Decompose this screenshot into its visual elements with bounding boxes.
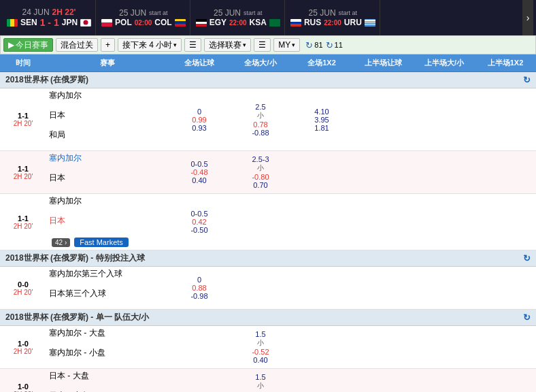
th-overunder: 全场大/小 bbox=[230, 58, 291, 68]
team-text-0: 塞内加尔 bbox=[49, 90, 82, 101]
cell-handicap-s0-r2: 0-0.50.42-0.50 bbox=[169, 208, 230, 235]
match-card-2[interactable]: 25 JUN start at POL 02:00 COL bbox=[97, 0, 190, 35]
cell-half-2-s0-r1 bbox=[475, 171, 536, 174]
flag-eg bbox=[196, 19, 207, 27]
x12-v1[interactable]: 3.95 bbox=[314, 116, 329, 124]
data-row-s0-r1: 1-12H 20'塞内加尔日本0-0.5-0.480.402.5-3小-0.80… bbox=[0, 151, 536, 194]
ou-v2[interactable]: 0.70 bbox=[253, 181, 267, 189]
cell-1x2-s0-r2 bbox=[291, 220, 352, 223]
match4-teams: RUS 22:00 URU bbox=[290, 18, 375, 27]
cell-handicap-s0-r1: 0-0.5-0.480.40 bbox=[169, 159, 230, 186]
cell-half-0-s0-r2 bbox=[352, 220, 414, 223]
ou-sub: 小 bbox=[257, 338, 264, 348]
filter-bar: ▶ 今日赛事 混合过关 + 接下来 4 小时 ▾ ☰ 选择联赛 ▾ ☰ MY ▾… bbox=[0, 35, 536, 54]
nav-next-button[interactable]: › bbox=[522, 0, 533, 35]
cell-half-1-s0-r0 bbox=[414, 118, 475, 121]
fast-num: 42 › bbox=[52, 238, 70, 247]
data-row-s0-r2: 1-12H 20'塞内加尔日本42 ›Fast Markets0-0.50.42… bbox=[0, 194, 536, 250]
hc-val1[interactable]: -0.48 bbox=[190, 168, 207, 176]
match4-team2: URU bbox=[344, 18, 362, 27]
ou-v2[interactable]: -0.88 bbox=[252, 129, 269, 137]
match-card-4[interactable]: 25 JUN start at RUS 22:00 URU bbox=[286, 0, 380, 35]
match-card-3[interactable]: 25 JUN start at EGY 22:00 KSA bbox=[192, 0, 285, 35]
cell-handicap-s1-r0: 00.88-0.98 bbox=[169, 274, 230, 301]
ou-sub: 小 bbox=[257, 163, 264, 173]
flag-co bbox=[175, 19, 186, 27]
score-label: 1-1 bbox=[18, 214, 29, 223]
cell-half-1-s0-r2 bbox=[414, 220, 475, 223]
data-row-s0-r0: 1-12H 20'塞内加尔日本和局00.990.932.5小0.78-0.884… bbox=[0, 88, 536, 151]
ou-v1[interactable]: -0.80 bbox=[252, 173, 269, 181]
list2-button[interactable]: ☰ bbox=[254, 38, 271, 52]
cell-time-s2-r0: 1-02H 20' bbox=[0, 338, 46, 357]
add-button[interactable]: + bbox=[101, 38, 115, 52]
my-button[interactable]: MY ▾ bbox=[273, 38, 300, 52]
flag-sn bbox=[7, 19, 18, 27]
refresh2-icon[interactable]: ↻ bbox=[326, 40, 333, 50]
cell-ou-s0-r0: 2.5小0.78-0.88 bbox=[230, 101, 291, 138]
time-label: 2H 20' bbox=[14, 289, 33, 296]
ou-line: 1.5 bbox=[255, 373, 265, 381]
cell-half-0-s1-r0 bbox=[352, 287, 414, 289]
cell-time-s0-r0: 1-12H 20' bbox=[0, 110, 46, 129]
sections-container: 2018世界杯 (在俄罗斯)↻1-12H 20'塞内加尔日本和局00.990.9… bbox=[0, 72, 536, 392]
mix-button[interactable]: 混合过关 bbox=[56, 38, 98, 52]
refresh1-icon[interactable]: ↻ bbox=[305, 40, 313, 50]
today-button[interactable]: ▶ 今日赛事 bbox=[3, 38, 53, 52]
league-button[interactable]: 选择联赛 ▾ bbox=[204, 38, 251, 52]
cell-teams-s2-r0: 塞内加尔 - 大盘塞内加尔 - 小盘 bbox=[46, 326, 169, 368]
match-card-1[interactable]: 24 JUN 2H 22' SEN 1 - 1 JPN bbox=[3, 0, 96, 35]
cell-half-2-s2-r1 bbox=[475, 389, 536, 391]
match4-team1: RUS bbox=[304, 18, 321, 27]
match4-date-line: 25 JUN start at bbox=[309, 8, 358, 18]
match3-date-line: 25 JUN start at bbox=[214, 8, 263, 18]
x12-v2[interactable]: 1.81 bbox=[314, 124, 329, 132]
ou-sub: 小 bbox=[257, 381, 264, 391]
hc-line: 0 bbox=[197, 276, 201, 284]
hc-line: 0 bbox=[197, 108, 201, 116]
team-link-0[interactable]: 塞内加尔 bbox=[49, 152, 82, 164]
next4h-label: 接下来 4 小时 bbox=[122, 39, 172, 51]
ou-v2[interactable]: 0.40 bbox=[253, 356, 267, 364]
cell-half-2-s0-r2 bbox=[475, 220, 536, 223]
team-text-0: 塞内加尔 bbox=[49, 195, 82, 207]
match3-date: 25 JUN bbox=[214, 8, 241, 18]
team-link-1[interactable]: 日本 bbox=[49, 215, 65, 227]
hc-val2[interactable]: 0.93 bbox=[192, 124, 206, 132]
ou-v1[interactable]: -0.52 bbox=[252, 348, 269, 356]
cell-half-2-s2-r0 bbox=[475, 346, 536, 348]
section-refresh-icon-1[interactable]: ↻ bbox=[523, 253, 531, 263]
x12-v0[interactable]: 4.10 bbox=[314, 108, 329, 116]
add-icon: + bbox=[105, 40, 110, 50]
match3-time: 22:00 bbox=[229, 19, 247, 27]
section-header-2: 2018世界杯 (在俄罗斯) - 单一 队伍大/小↻ bbox=[0, 310, 536, 326]
flag-sa bbox=[269, 19, 280, 27]
list-button[interactable]: ☰ bbox=[184, 38, 201, 52]
match4-date: 25 JUN bbox=[309, 8, 336, 18]
match1-team2: JPN bbox=[62, 18, 78, 27]
th-1x2: 全场1X2 bbox=[291, 58, 352, 68]
section-title-1: 2018世界杯 (在俄罗斯) - 特别投注入球 bbox=[5, 252, 145, 264]
hc-val1[interactable]: 0.42 bbox=[192, 218, 206, 226]
hc-val2[interactable]: 0.40 bbox=[192, 176, 206, 184]
next4h-button[interactable]: 接下来 4 小时 ▾ bbox=[118, 38, 182, 52]
cell-half-1-s0-r1 bbox=[414, 171, 475, 174]
section-refresh-icon-0[interactable]: ↻ bbox=[523, 75, 531, 85]
cell-time-s1-r0: 0-02H 20' bbox=[0, 279, 46, 297]
fast-markets-button[interactable]: Fast Markets bbox=[74, 238, 129, 247]
th-half-1x2: 上半场1X2 bbox=[475, 58, 536, 68]
section-header-0: 2018世界杯 (在俄罗斯)↻ bbox=[0, 72, 536, 88]
hc-val1[interactable]: 0.88 bbox=[192, 284, 206, 292]
hc-val2[interactable]: -0.98 bbox=[190, 292, 207, 300]
hc-val2[interactable]: -0.50 bbox=[190, 226, 207, 234]
today-icon: ▶ bbox=[8, 40, 14, 50]
chevron-down-icon: ▾ bbox=[173, 42, 177, 48]
cell-half-1-s2-r1 bbox=[414, 389, 475, 391]
section-refresh-icon-2[interactable]: ↻ bbox=[523, 312, 531, 323]
team-text-1: 日本 bbox=[49, 110, 65, 121]
th-time: 时间 bbox=[0, 58, 46, 68]
hc-val1[interactable]: 0.99 bbox=[192, 116, 206, 124]
cell-ou-s2-r0: 1.5小-0.520.40 bbox=[230, 329, 291, 365]
ou-v1[interactable]: 0.78 bbox=[253, 120, 267, 129]
hc-line: 0-0.5 bbox=[190, 160, 207, 168]
